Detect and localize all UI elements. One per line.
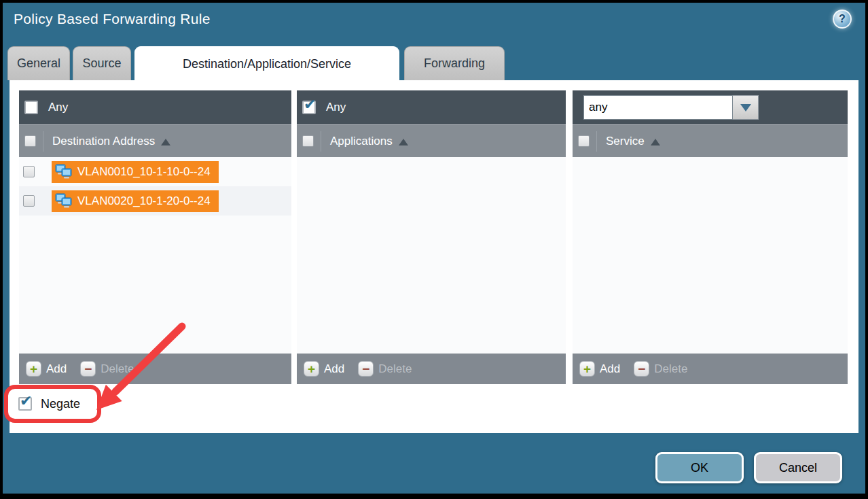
delete-button[interactable]: Delete bbox=[378, 362, 412, 376]
tab-general[interactable]: General bbox=[7, 46, 70, 80]
add-icon[interactable]: + bbox=[26, 361, 41, 377]
service-list bbox=[573, 157, 848, 354]
check-icon: ✔ bbox=[304, 96, 316, 114]
service-header[interactable]: Service bbox=[573, 124, 848, 157]
applications-any-checkbox[interactable]: ✔ bbox=[302, 101, 316, 114]
applications-any-label: Any bbox=[326, 101, 346, 114]
add-button[interactable]: Add bbox=[324, 362, 344, 376]
service-any-bar: any bbox=[573, 90, 848, 124]
help-glyph: ? bbox=[839, 13, 846, 25]
delete-icon[interactable]: − bbox=[634, 361, 649, 377]
destination-any-bar: ✔ Any bbox=[19, 90, 291, 124]
cancel-button[interactable]: Cancel bbox=[754, 452, 842, 483]
delete-icon[interactable]: − bbox=[358, 361, 374, 377]
annotation-arrow bbox=[87, 309, 202, 425]
sort-ascending-icon bbox=[651, 134, 660, 145]
negate-checkbox[interactable]: ✔ bbox=[18, 397, 32, 411]
applications-column: ✔ Any Applications + Add − Delete bbox=[297, 90, 566, 384]
list-item[interactable]: VLAN0020_10-1-20-0--24 bbox=[19, 186, 291, 216]
list-item[interactable]: VLAN0010_10-1-10-0--24 bbox=[19, 157, 291, 186]
applications-header-label: Applications bbox=[330, 135, 393, 148]
add-icon[interactable]: + bbox=[579, 361, 595, 377]
destination-address-header-label: Destination Address bbox=[52, 135, 155, 148]
service-column: any Service + Add − Delete bbox=[573, 90, 848, 384]
check-icon: ✔ bbox=[20, 392, 32, 410]
sort-ascending-icon bbox=[399, 134, 408, 145]
sort-ascending-icon bbox=[161, 134, 170, 145]
dialog-title: Policy Based Forwarding Rule bbox=[14, 11, 211, 27]
add-icon[interactable]: + bbox=[304, 361, 319, 377]
service-header-label: Service bbox=[606, 135, 645, 148]
row-checkbox[interactable] bbox=[23, 195, 35, 207]
tab-destination-application-service[interactable]: Destination/Application/Service bbox=[134, 46, 399, 82]
delete-button[interactable]: Delete bbox=[654, 362, 687, 376]
service-dropdown-value[interactable]: any bbox=[583, 95, 733, 120]
applications-any-bar: ✔ Any bbox=[297, 90, 566, 124]
service-dropdown[interactable]: any bbox=[583, 95, 759, 120]
tab-forwarding[interactable]: Forwarding bbox=[404, 46, 505, 80]
address-object-chip[interactable]: VLAN0020_10-1-20-0--24 bbox=[52, 190, 219, 212]
negate-label: Negate bbox=[41, 397, 80, 411]
dropdown-button[interactable] bbox=[733, 95, 759, 120]
destination-any-label: Any bbox=[48, 101, 68, 114]
help-icon[interactable]: ? bbox=[833, 10, 852, 29]
ok-button[interactable]: OK bbox=[655, 452, 744, 483]
service-select-all-checkbox[interactable] bbox=[578, 135, 590, 147]
address-object-chip[interactable]: VLAN0010_10-1-10-0--24 bbox=[52, 161, 219, 183]
row-checkbox[interactable] bbox=[23, 166, 35, 177]
address-object-label: VLAN0020_10-1-20-0--24 bbox=[77, 194, 211, 208]
header-separator bbox=[321, 131, 321, 152]
applications-list bbox=[297, 157, 566, 354]
pbf-rule-dialog: Policy Based Forwarding Rule ? General S… bbox=[0, 0, 868, 499]
destination-select-all-checkbox[interactable] bbox=[24, 135, 36, 147]
service-footer: + Add − Delete bbox=[573, 354, 848, 384]
destination-address-header[interactable]: Destination Address bbox=[19, 124, 291, 157]
destination-any-checkbox[interactable]: ✔ bbox=[24, 101, 38, 114]
network-address-icon bbox=[55, 164, 73, 179]
applications-select-all-checkbox[interactable] bbox=[302, 135, 314, 147]
applications-header[interactable]: Applications bbox=[297, 124, 566, 157]
tab-source[interactable]: Source bbox=[73, 46, 131, 80]
add-button[interactable]: Add bbox=[46, 362, 67, 376]
network-address-icon bbox=[55, 193, 73, 209]
applications-footer: + Add − Delete bbox=[297, 354, 566, 384]
header-separator bbox=[43, 131, 43, 152]
chevron-down-icon bbox=[740, 104, 751, 117]
address-object-label: VLAN0010_10-1-10-0--24 bbox=[77, 165, 211, 179]
header-separator bbox=[596, 131, 597, 152]
add-button[interactable]: Add bbox=[600, 362, 620, 376]
